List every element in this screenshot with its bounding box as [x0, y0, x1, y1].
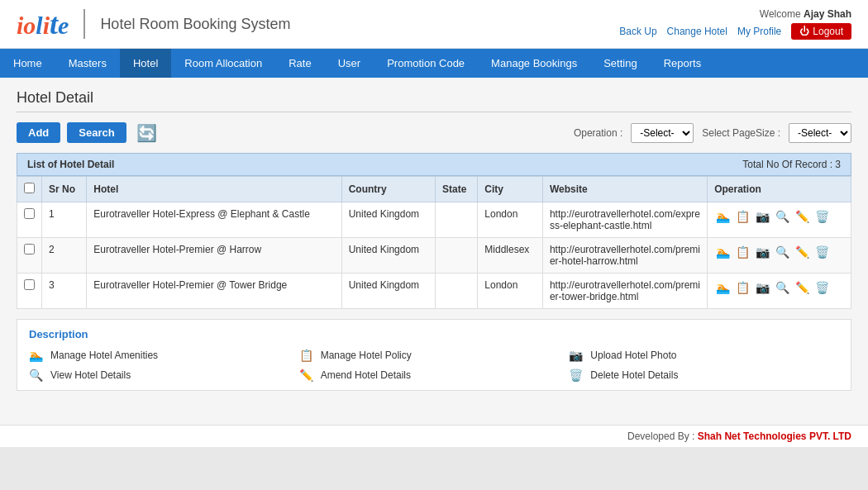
row-sr-1: 2: [42, 238, 87, 274]
col-hotel: Hotel: [87, 177, 341, 202]
data-table: Sr No Hotel Country State City Website O…: [17, 176, 851, 309]
desc-item-0: 🏊 Manage Hotel Amenities: [29, 349, 299, 362]
col-city: City: [478, 177, 543, 202]
nav-home[interactable]: Home: [0, 49, 55, 78]
my-profile-link[interactable]: My Profile: [737, 26, 781, 37]
desc-label-2: Upload Hotel Photo: [590, 350, 676, 361]
desc-item-5: 🗑️ Delete Hotel Details: [569, 369, 839, 382]
op-search-icon-2[interactable]: 🔍: [774, 279, 790, 296]
logo-area: iolite Hotel Room Booking System: [17, 9, 290, 39]
page-size-label: Select PageSize :: [702, 127, 780, 139]
nav-room-allocation[interactable]: Room Allocation: [171, 49, 275, 78]
col-website: Website: [542, 177, 707, 202]
desc-item-1: 📋 Manage Hotel Policy: [299, 349, 570, 362]
desc-icon-0: 🏊: [29, 349, 44, 362]
op-swim-icon-1[interactable]: 🏊: [714, 244, 731, 260]
row-website-0: http://eurotravellerhotel.com/express-el…: [542, 202, 707, 238]
table-info: List of Hotel Detail Total No Of Record …: [17, 153, 851, 176]
description-grid: 🏊 Manage Hotel Amenities 📋 Manage Hotel …: [29, 349, 839, 382]
row-ops-2: 🏊 📋 📷 🔍 ✏️ 🗑️: [708, 274, 851, 309]
footer-text: Developed By :: [627, 431, 694, 442]
row-country-1: United Kingdom: [341, 238, 435, 274]
nav-setting[interactable]: Setting: [590, 49, 650, 78]
row-ops-0: 🏊 📋 📷 🔍 ✏️ 🗑️: [708, 202, 851, 238]
desc-label-5: Delete Hotel Details: [590, 369, 678, 381]
op-trash-icon-2[interactable]: 🗑️: [813, 279, 830, 296]
desc-item-4: ✏️ Amend Hotel Details: [299, 369, 570, 382]
row-checkbox-2[interactable]: [24, 279, 35, 290]
header-right: Welcome Ajay Shah Back Up Change Hotel M…: [619, 8, 851, 40]
row-website-1: http://eurotravellerhotel.com/premier-ho…: [542, 238, 707, 274]
op-camera-icon-2[interactable]: 📷: [754, 279, 770, 296]
row-hotel-0: Eurotraveller Hotel-Express @ Elephant &…: [87, 202, 341, 238]
row-state-0: [436, 202, 478, 238]
select-all-checkbox[interactable]: [24, 183, 35, 193]
op-camera-icon-1[interactable]: 📷: [754, 244, 770, 260]
op-edit-doc-icon-0[interactable]: 📋: [734, 208, 751, 225]
desc-icon-2: 📷: [569, 349, 584, 362]
toolbar-right: Operation : -Select- Select PageSize : -…: [574, 123, 851, 143]
row-country-0: United Kingdom: [341, 202, 435, 238]
op-pencil-icon-1[interactable]: ✏️: [794, 244, 810, 260]
table-row: 2 Eurotraveller Hotel-Premier @ Harrow U…: [17, 238, 851, 274]
backup-link[interactable]: Back Up: [619, 26, 656, 37]
row-checkbox-1[interactable]: [24, 244, 35, 255]
op-trash-icon-1[interactable]: 🗑️: [813, 244, 830, 260]
row-checkbox-cell: [17, 202, 42, 238]
description-panel: Description 🏊 Manage Hotel Amenities 📋 M…: [17, 319, 851, 391]
table-header-row: Sr No Hotel Country State City Website O…: [17, 177, 851, 202]
row-city-1: Middlesex: [478, 238, 543, 274]
nav-promotion-code[interactable]: Promotion Code: [374, 49, 478, 78]
op-pencil-icon-0[interactable]: ✏️: [794, 208, 810, 225]
footer-company[interactable]: Shah Net Technologies PVT. LTD: [698, 431, 851, 442]
table-body: 1 Eurotraveller Hotel-Express @ Elephant…: [17, 202, 851, 309]
search-button[interactable]: Search: [67, 122, 126, 143]
op-edit-doc-icon-1[interactable]: 📋: [734, 244, 751, 260]
desc-icon-5: 🗑️: [569, 369, 584, 382]
nav-hotel[interactable]: Hotel: [120, 49, 171, 78]
row-sr-2: 3: [42, 274, 87, 309]
nav-manage-bookings[interactable]: Manage Bookings: [478, 49, 590, 78]
row-checkbox-0[interactable]: [24, 208, 35, 219]
table-row: 1 Eurotraveller Hotel-Express @ Elephant…: [17, 202, 851, 238]
op-camera-icon-0[interactable]: 📷: [754, 208, 770, 225]
description-title: Description: [29, 328, 839, 340]
desc-item-3: 🔍 View Hotel Details: [29, 369, 299, 382]
nav-reports[interactable]: Reports: [651, 49, 715, 78]
header-actions: Back Up Change Hotel My Profile ⏻ Logout: [619, 23, 851, 40]
op-pencil-icon-2[interactable]: ✏️: [794, 279, 810, 296]
op-swim-icon-2[interactable]: 🏊: [714, 279, 731, 296]
nav-rate[interactable]: Rate: [275, 49, 324, 78]
op-search-icon-1[interactable]: 🔍: [774, 244, 790, 260]
desc-item-2: 📷 Upload Hotel Photo: [569, 349, 839, 362]
page-title: Hotel Detail: [17, 89, 851, 112]
content: Hotel Detail Add Search 🔄 Operation : -S…: [0, 78, 868, 425]
navigation: Home Masters Hotel Room Allocation Rate …: [0, 49, 868, 78]
desc-label-3: View Hotel Details: [50, 369, 131, 381]
row-checkbox-cell: [17, 238, 42, 274]
op-search-icon-0[interactable]: 🔍: [774, 208, 790, 225]
col-country: Country: [341, 177, 435, 202]
welcome-prefix: Welcome: [760, 8, 801, 20]
op-swim-icon-0[interactable]: 🏊: [714, 208, 731, 225]
operation-select[interactable]: -Select-: [631, 123, 694, 143]
desc-label-1: Manage Hotel Policy: [321, 350, 412, 361]
table-row: 3 Eurotraveller Hotel-Premier @ Tower Br…: [17, 274, 851, 309]
change-hotel-link[interactable]: Change Hotel: [667, 26, 727, 37]
add-button[interactable]: Add: [17, 122, 60, 143]
logo-letters: iolite: [17, 9, 69, 39]
logout-button[interactable]: ⏻ Logout: [791, 23, 851, 40]
nav-user[interactable]: User: [325, 49, 374, 78]
refresh-icon[interactable]: 🔄: [136, 123, 157, 143]
row-ops-1: 🏊 📋 📷 🔍 ✏️ 🗑️: [708, 238, 851, 274]
desc-icon-4: ✏️: [299, 369, 314, 382]
page-size-select[interactable]: -Select-: [789, 123, 851, 143]
op-edit-doc-icon-2[interactable]: 📋: [734, 279, 751, 296]
toolbar: Add Search 🔄 Operation : -Select- Select…: [17, 122, 851, 143]
nav-masters[interactable]: Masters: [55, 49, 120, 78]
desc-label-4: Amend Hotel Details: [321, 369, 411, 381]
op-trash-icon-0[interactable]: 🗑️: [813, 208, 830, 225]
row-hotel-1: Eurotraveller Hotel-Premier @ Harrow: [87, 238, 341, 274]
user-name: Ajay Shah: [804, 8, 851, 20]
row-checkbox-cell: [17, 274, 42, 309]
